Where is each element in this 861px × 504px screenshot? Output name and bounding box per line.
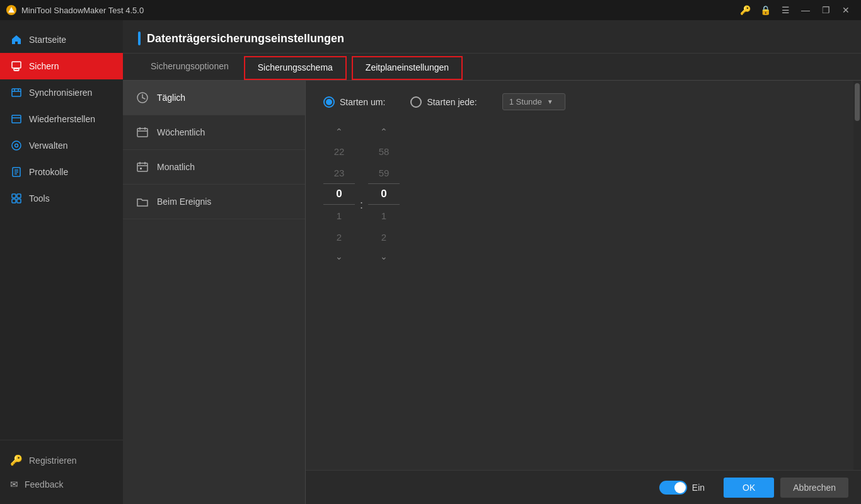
svg-rect-17 (17, 194, 21, 198)
hours-column: ⌃ 22 23 0 1 2 ⌄ (323, 123, 355, 265)
schedule-item-taeglich[interactable]: Täglich (123, 81, 305, 115)
schedule-label-taeglich: Täglich (157, 93, 185, 103)
app-body: Startseite Sichern (0, 20, 861, 504)
titlebar: MiniTool ShadowMaker Test 4.5.0 🔑 🔒 ☰ — … (0, 0, 861, 20)
scrollbar-thumb[interactable] (855, 83, 860, 121)
sidebar-item-protokolle[interactable]: Protokolle (0, 159, 123, 185)
schedule-item-woechentlich[interactable]: Wöchentlich (123, 115, 305, 150)
ok-button[interactable]: OK (724, 478, 774, 498)
tab-sicherungsoptionen[interactable]: Sicherungsoptionen (138, 54, 241, 80)
hour-23: 23 (323, 162, 355, 183)
clock-icon (136, 91, 149, 105)
app-logo (6, 5, 16, 15)
minute-58: 58 (368, 140, 400, 162)
restore-button[interactable]: ❐ (817, 1, 835, 19)
sidebar-item-wiederherstellen[interactable]: Wiederherstellen (0, 106, 123, 132)
folder-icon (136, 195, 149, 209)
svg-rect-19 (17, 199, 21, 203)
sidebar-item-sichern[interactable]: Sichern (0, 53, 123, 79)
radio-starten-um-circle (323, 96, 335, 108)
sidebar-label-wiederherstellen: Wiederherstellen (29, 114, 95, 124)
bottom-bar: Ein OK Abbrechen (306, 470, 861, 504)
toggle-switch[interactable] (659, 481, 687, 495)
sidebar-item-synchronisieren[interactable]: Synchronisieren (0, 79, 123, 106)
minutes-down-arrow[interactable]: ⌄ (376, 248, 391, 265)
minute-2: 2 (368, 226, 400, 248)
tab-sicherungsschema[interactable]: Sicherungsschema (244, 56, 347, 80)
minute-current: 0 (368, 183, 400, 205)
hour-22: 22 (323, 140, 355, 162)
svg-rect-31 (140, 168, 142, 169)
sidebar-label-feedback: Feedback (25, 479, 63, 490)
sidebar-item-registrieren[interactable]: 🔑 Registrieren (0, 448, 123, 472)
svg-rect-23 (137, 129, 147, 137)
sidebar-item-tools[interactable]: Tools (0, 185, 123, 212)
schedule-settings-panel: Starten um: Starten jede: 1 Stunde ▼ (306, 81, 861, 504)
hour-2: 2 (323, 226, 355, 248)
sidebar-label-verwalten: Verwalten (29, 140, 67, 151)
calendar-week-icon (136, 125, 149, 139)
minimize-button[interactable]: — (797, 1, 814, 19)
logs-icon (10, 166, 23, 178)
sidebar-item-feedback[interactable]: ✉ Feedback (0, 472, 123, 496)
sidebar-label-tools: Tools (29, 193, 50, 203)
home-icon (10, 33, 23, 46)
hour-1: 1 (323, 205, 355, 226)
svg-rect-1 (12, 62, 21, 68)
minute-59: 59 (368, 162, 400, 183)
page-header: Datenträgersicherungseinstellungen (123, 20, 861, 54)
toggle-wrapper: Ein (659, 481, 705, 495)
start-options: Starten um: Starten jede: 1 Stunde ▼ (323, 93, 843, 110)
svg-point-10 (12, 141, 21, 150)
sidebar-item-verwalten[interactable]: Verwalten (0, 132, 123, 159)
lock-icon[interactable]: 🔒 (756, 1, 774, 19)
backup-icon (10, 60, 23, 72)
restore-icon (10, 113, 23, 125)
content-area: Täglich Wöchentlich (123, 81, 861, 504)
hours-up-arrow[interactable]: ⌃ (332, 123, 347, 140)
svg-rect-27 (137, 163, 147, 171)
minutes-column: ⌃ 58 59 0 1 2 ⌄ (368, 123, 400, 265)
sidebar-label-registrieren: Registrieren (29, 455, 76, 466)
page-title: Datenträgersicherungseinstellungen (147, 32, 344, 45)
schedule-label-woechentlich: Wöchentlich (157, 127, 205, 137)
svg-line-22 (142, 98, 145, 99)
menu-icon[interactable]: ☰ (777, 1, 794, 19)
toggle-label: Ein (692, 483, 705, 493)
radio-starten-jede[interactable]: Starten jede: (410, 96, 477, 108)
sidebar-label-synchronisieren: Synchronisieren (29, 88, 92, 98)
starten-um-label: Starten um: (340, 97, 385, 107)
tab-zeitplaneinstellungen[interactable]: Zeitplaneinstellungen (352, 56, 463, 80)
dropdown-arrow-icon: ▼ (547, 98, 553, 105)
hours-down-arrow[interactable]: ⌄ (332, 248, 347, 265)
sidebar-nav: Startseite Sichern (0, 26, 123, 440)
starten-jede-label: Starten jede: (427, 97, 477, 107)
radio-starten-um[interactable]: Starten um: (323, 96, 385, 108)
sidebar-bottom: 🔑 Registrieren ✉ Feedback (0, 440, 123, 504)
minutes-up-arrow[interactable]: ⌃ (376, 123, 391, 140)
minutes-values: 58 59 0 1 2 (368, 140, 400, 248)
header-accent (138, 32, 141, 45)
key-icon[interactable]: 🔑 (736, 1, 754, 19)
radio-starten-jede-circle (410, 96, 422, 108)
sidebar-item-startseite[interactable]: Startseite (0, 26, 123, 53)
schedule-item-beim-ereignis[interactable]: Beim Ereignis (123, 185, 305, 219)
svg-rect-16 (12, 194, 16, 198)
close-button[interactable]: ✕ (837, 1, 855, 19)
schedule-list: Täglich Wöchentlich (123, 81, 306, 504)
manage-icon (10, 139, 23, 152)
cancel-button[interactable]: Abbrechen (780, 478, 848, 498)
app-title: MiniTool ShadowMaker Test 4.5.0 (21, 6, 144, 15)
svg-rect-8 (12, 115, 21, 123)
scrollbar-track[interactable] (853, 81, 861, 504)
titlebar-left: MiniTool ShadowMaker Test 4.5.0 (6, 5, 144, 15)
svg-marker-0 (8, 7, 14, 13)
interval-dropdown[interactable]: 1 Stunde ▼ (502, 93, 565, 110)
schedule-label-monatlich: Monatlich (157, 162, 195, 172)
sidebar-label-sichern: Sichern (29, 61, 59, 71)
time-picker: ⌃ 22 23 0 1 2 ⌄ : ⌃ (323, 123, 843, 265)
schedule-item-monatlich[interactable]: Monatlich (123, 150, 305, 185)
tab-bar: Sicherungsoptionen Sicherungsschema Zeit… (123, 54, 861, 81)
tools-icon (10, 192, 23, 205)
hour-current: 0 (323, 183, 355, 205)
